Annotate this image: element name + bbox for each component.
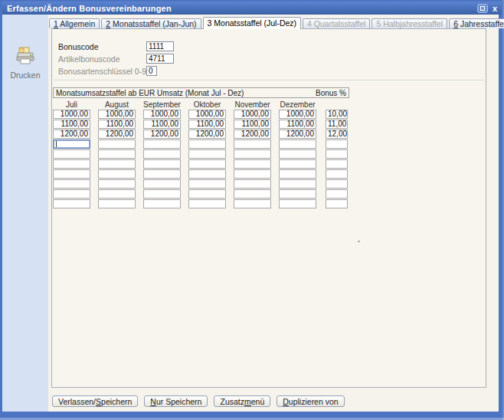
- artikelbonuscode-label: Artikelbonuscode: [58, 54, 120, 64]
- month-cell[interactable]: [234, 179, 271, 189]
- month-cell[interactable]: [143, 139, 181, 149]
- month-cell[interactable]: 1000,00: [188, 110, 226, 119]
- month-cell[interactable]: 1000,00: [53, 110, 90, 119]
- artikelbonuscode-row: Artikelbonuscode: [58, 54, 479, 64]
- month-cell[interactable]: 1100,00: [53, 120, 90, 129]
- print-button[interactable]: Drucken: [2, 47, 48, 80]
- month-cell[interactable]: [188, 189, 226, 199]
- tab-jahresstaffel[interactable]: 6 Jahresstaffel: [449, 18, 504, 28]
- tab-strip: 1 Allgemein2 Monatsstaffel (Jan-Jun)3 Mo…: [49, 17, 504, 28]
- tab-allgemein[interactable]: 1 Allgemein: [49, 18, 100, 28]
- bonus-cell[interactable]: [326, 199, 348, 208]
- month-cell[interactable]: [53, 169, 90, 179]
- month-cell[interactable]: [279, 189, 316, 199]
- month-cell[interactable]: [98, 169, 136, 179]
- tab-monatsstaffel-jan-jun[interactable]: 2 Monatsstaffel (Jan-Jun): [101, 18, 201, 28]
- month-cell[interactable]: [279, 149, 316, 159]
- month-cell[interactable]: [188, 179, 226, 189]
- column-header: November: [234, 100, 271, 109]
- duplizieren-von-button[interactable]: Duplizieren von: [277, 395, 344, 407]
- month-cell[interactable]: [234, 139, 271, 149]
- month-cell[interactable]: [143, 189, 181, 199]
- column-header: Oktober: [188, 100, 226, 109]
- month-cell[interactable]: 1100,00: [188, 120, 226, 129]
- bonuscode-row: Bonuscode: [58, 41, 479, 51]
- bonus-cell[interactable]: 12,00: [326, 130, 348, 139]
- month-cell[interactable]: [279, 159, 316, 169]
- month-cell[interactable]: [143, 199, 181, 208]
- month-cell[interactable]: [188, 169, 226, 179]
- month-cell[interactable]: [279, 169, 316, 179]
- month-cell[interactable]: [98, 149, 136, 159]
- month-cell[interactable]: [234, 189, 271, 199]
- month-cell[interactable]: [279, 199, 316, 208]
- bonus-cell[interactable]: 10,00: [326, 110, 348, 119]
- month-cell[interactable]: [98, 179, 136, 189]
- month-cell[interactable]: [53, 199, 90, 208]
- verlassen-speichern-button[interactable]: Verlassen/Speichern: [52, 395, 138, 407]
- button-row: Verlassen/SpeichernNur SpeichernZusatzme…: [52, 395, 345, 407]
- bonus-cell[interactable]: [326, 169, 348, 179]
- bonuscode-input[interactable]: [146, 41, 174, 51]
- month-cell[interactable]: 1200,00: [188, 130, 226, 139]
- month-cell[interactable]: 1200,00: [279, 130, 316, 139]
- month-cell[interactable]: 1000,00: [234, 110, 271, 119]
- bonus-cell[interactable]: [326, 179, 348, 189]
- month-cell[interactable]: [234, 169, 271, 179]
- titlebar[interactable]: Erfassen/Ändern Bonusvereinbarungen x: [2, 2, 502, 15]
- month-cell[interactable]: 1100,00: [279, 120, 316, 129]
- tab-halbjahresstaffel: 5 Halbjahresstaffel: [371, 18, 447, 28]
- month-cell[interactable]: [234, 199, 271, 208]
- month-cell[interactable]: [188, 139, 226, 149]
- bonus-cell[interactable]: 11,00: [326, 120, 348, 129]
- maximize-icon[interactable]: [477, 4, 488, 13]
- month-cell[interactable]: 1000,00: [279, 110, 316, 119]
- bonusartenschluessel-input[interactable]: [146, 66, 157, 76]
- tab-panel: Bonuscode Artikelbonuscode Bonusartensch…: [51, 28, 486, 388]
- month-cell[interactable]: [234, 159, 271, 169]
- column-header: Dezember: [279, 100, 316, 109]
- month-cell[interactable]: [53, 149, 90, 159]
- month-cell[interactable]: [143, 169, 181, 179]
- month-cell[interactable]: [188, 159, 226, 169]
- month-cell[interactable]: [279, 139, 316, 149]
- maximize-glyph: [480, 6, 485, 11]
- month-cell[interactable]: 1200,00: [143, 130, 181, 139]
- month-cell[interactable]: [279, 179, 316, 189]
- month-cell[interactable]: [143, 159, 181, 169]
- month-cell[interactable]: [53, 189, 90, 199]
- month-cell[interactable]: [53, 139, 90, 149]
- month-cell[interactable]: 1200,00: [234, 130, 271, 139]
- month-cell[interactable]: [98, 159, 136, 169]
- month-cell[interactable]: [98, 199, 136, 208]
- bonus-cell[interactable]: [326, 189, 348, 199]
- stray-mark: [358, 241, 360, 242]
- bonus-cell[interactable]: [326, 159, 348, 169]
- artikelbonuscode-input[interactable]: [146, 54, 174, 64]
- zusatzmenu-button[interactable]: Zusatzmenü: [214, 395, 270, 407]
- bonuscode-label: Bonuscode: [58, 42, 99, 51]
- month-cell[interactable]: [188, 199, 226, 208]
- month-cell[interactable]: 1200,00: [98, 130, 136, 139]
- close-icon[interactable]: x: [491, 4, 499, 13]
- nur-speichern-button[interactable]: Nur Speichern: [144, 395, 208, 407]
- bonus-cell[interactable]: [326, 139, 348, 149]
- month-cell[interactable]: 1100,00: [98, 120, 136, 129]
- month-cell[interactable]: [143, 179, 181, 189]
- month-cell[interactable]: 1100,00: [234, 120, 271, 129]
- month-cell[interactable]: [188, 149, 226, 159]
- month-cell[interactable]: 1000,00: [98, 110, 136, 119]
- month-cell[interactable]: 1000,00: [143, 110, 181, 119]
- bonus-cell[interactable]: [326, 149, 348, 159]
- month-cell[interactable]: 1200,00: [53, 130, 90, 139]
- month-cell[interactable]: 1100,00: [143, 120, 181, 129]
- month-cell[interactable]: [143, 149, 181, 159]
- bonus-percent-header: Bonus %: [316, 89, 346, 97]
- month-cell[interactable]: [234, 149, 271, 159]
- month-cell[interactable]: [53, 159, 90, 169]
- tab-monatsstaffel-jul-dez[interactable]: 3 Monatsstaffel (Jul-Dez): [203, 17, 302, 29]
- month-cell[interactable]: [98, 189, 136, 199]
- bonusartenschluessel-row: Bonusartenschlüssel 0-9: [58, 66, 479, 76]
- month-cell[interactable]: [53, 179, 90, 189]
- month-cell[interactable]: [98, 139, 136, 149]
